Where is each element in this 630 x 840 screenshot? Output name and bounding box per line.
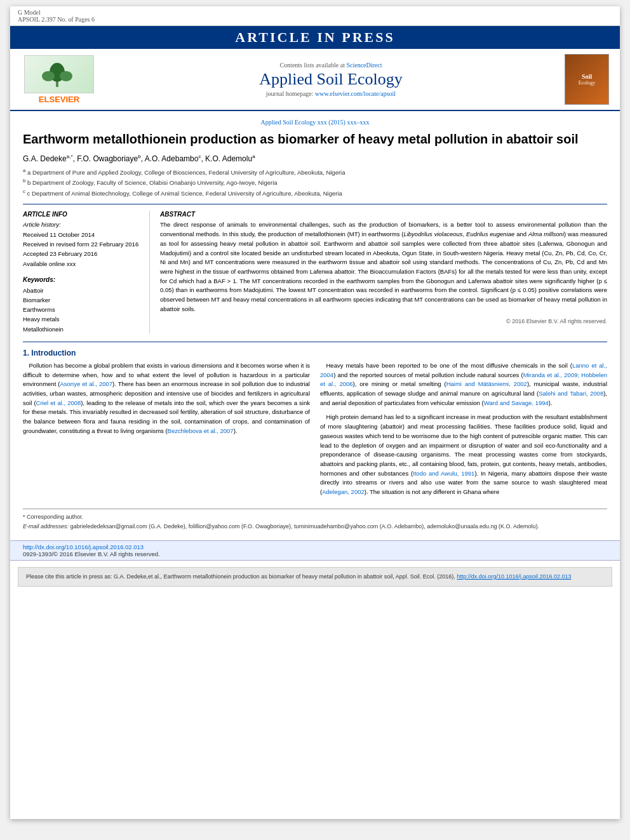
abstract-text: The direct response of animals to enviro… xyxy=(160,220,607,314)
doi-text: http://dx.doi.org/10.1016/j.apsoil.2016.… xyxy=(23,543,144,550)
g-model-text: G Model xyxy=(18,9,41,16)
ref-asonye[interactable]: Asonye et al., 2007 xyxy=(60,380,112,387)
info-abstract-section: ARTICLE INFO Article history: Received 1… xyxy=(23,204,607,333)
citation-text: Please cite this article in press as: G.… xyxy=(26,573,571,580)
citation-doi-link[interactable]: http://dx.doi.org/10.1016/j.apsoil.2016.… xyxy=(457,573,571,580)
intro-body: Pollution has become a global problem th… xyxy=(23,361,607,502)
journal-header: ELSEVIER Contents lists available at Sci… xyxy=(10,49,620,111)
doi-bar: http://dx.doi.org/10.1016/j.apsoil.2016.… xyxy=(10,540,620,561)
issn-text: 0929-1393/© 2016 Elsevier B.V. All right… xyxy=(23,550,160,557)
journal-header-left: ELSEVIER xyxy=(18,54,100,105)
journal-header-right: Soil Ecology xyxy=(561,54,612,105)
abstract-heading: ABSTRACT xyxy=(160,211,607,218)
copyright-line: © 2016 Elsevier B.V. All rights reserved… xyxy=(160,318,607,324)
journal-cover-image: Soil Ecology xyxy=(565,54,609,105)
affiliation-a: a a Department of Pure and Applied Zoolo… xyxy=(23,167,607,177)
elsevier-logo-box xyxy=(24,55,94,93)
intro-divider xyxy=(23,342,607,342)
svg-point-3 xyxy=(60,71,72,81)
ref-itodo[interactable]: Itodo and Awulu, 1991 xyxy=(413,470,474,477)
received-date: Received 11 October 2014 xyxy=(23,230,142,239)
ref-salehi[interactable]: Salehi and Tabari, 2008 xyxy=(539,390,603,397)
sciencedirect-text: ScienceDirect xyxy=(346,62,382,69)
footnote-area: * Corresponding author. E-mail addresses… xyxy=(23,509,607,531)
journal-homepage: journal homepage: www.elsevier.com/locat… xyxy=(266,90,396,97)
sciencedirect-link[interactable]: ScienceDirect xyxy=(346,62,382,69)
email-values: gabrielededeksan@gmail.com (G.A. Dedeke)… xyxy=(70,523,539,530)
article-info-col: ARTICLE INFO Article history: Received 1… xyxy=(23,211,150,333)
intro-p2: Heavy metals have been reported to be on… xyxy=(320,361,607,408)
apsoil-ref: APSOIL 2.397 No. of Pages 6 xyxy=(18,16,95,23)
affiliation-b: b b Department of Zoology, Faculty of Sc… xyxy=(23,177,607,187)
revised-date: Received in revised form 22 February 201… xyxy=(23,240,142,248)
keywords-heading: Keywords: xyxy=(23,276,142,283)
email-label: E-mail addresses: xyxy=(23,523,69,530)
homepage-url[interactable]: www.elsevier.com/locate/apsoil xyxy=(315,90,396,97)
elsevier-text: ELSEVIER xyxy=(39,95,79,104)
top-banner: G Model APSOIL 2.397 No. of Pages 6 xyxy=(10,6,620,26)
svg-point-2 xyxy=(42,71,55,81)
keyword-2: Biomarker xyxy=(23,295,142,305)
ref-haimi[interactable]: Haimi and Mätäsniemi, 2002 xyxy=(446,380,527,387)
corresponding-label: * Corresponding author. xyxy=(23,513,607,522)
accepted-date: Accepted 23 February 2016 xyxy=(23,250,142,258)
history-label: Article history: xyxy=(23,220,142,229)
abstract-col: ABSTRACT The direct response of animals … xyxy=(160,211,607,333)
article-in-press-text: ARTICLE IN PRESS xyxy=(235,29,394,45)
ref-criel[interactable]: Criel et al., 2008 xyxy=(36,399,81,406)
affiliation-c: c c Department of Animal Biotechnology, … xyxy=(23,188,607,197)
g-model-label: G Model APSOIL 2.397 No. of Pages 6 xyxy=(18,9,95,23)
article-title: Earthworm metallothionein production as … xyxy=(23,131,607,147)
sciencedirect-line: Contents lists available at ScienceDirec… xyxy=(279,62,382,69)
keyword-5: Metallothionein xyxy=(23,324,142,334)
intro-col1: Pollution has become a global problem th… xyxy=(23,361,310,502)
intro-p3: High protein demand has led to a signifi… xyxy=(320,413,607,497)
email-footnote: E-mail addresses: gabrielededeksan@gmail… xyxy=(23,523,607,531)
homepage-url-text: www.elsevier.com/locate/apsoil xyxy=(315,90,396,97)
keyword-1: Abattoir xyxy=(23,286,142,295)
doi-link[interactable]: http://dx.doi.org/10.1016/j.apsoil.2016.… xyxy=(23,543,144,550)
elsevier-tree-icon xyxy=(30,58,88,90)
elsevier-logo: ELSEVIER xyxy=(24,55,94,104)
article-in-press-bar: ARTICLE IN PRESS xyxy=(10,26,620,49)
affiliations: a a Department of Pure and Applied Zoolo… xyxy=(23,167,607,197)
intro-col2: Heavy metals have been reported to be on… xyxy=(320,361,607,502)
article-subtitle: Applied Soil Ecology xxx (2015) xxx–xxx xyxy=(23,119,607,126)
keywords-list: Abattoir Biomarker Earthworms Heavy meta… xyxy=(23,286,142,334)
ref-adelegan[interactable]: Adelegan, 2002 xyxy=(322,488,365,495)
keyword-4: Heavy metals xyxy=(23,314,142,324)
citation-bar: Please cite this article in press as: G.… xyxy=(18,567,612,587)
article-info-heading: ARTICLE INFO xyxy=(23,211,142,218)
homepage-label: journal homepage: xyxy=(266,90,314,97)
online-date: Available online xxx xyxy=(23,260,142,268)
ref-bezchlebova[interactable]: Bezchlebova et al., 2007 xyxy=(168,427,234,434)
page: G Model APSOIL 2.397 No. of Pages 6 ARTI… xyxy=(10,6,620,819)
article-history: Article history: Received 11 October 201… xyxy=(23,220,142,267)
keyword-3: Earthworms xyxy=(23,305,142,314)
intro-p1: Pollution has become a global problem th… xyxy=(23,361,310,436)
intro-heading: 1. Introduction xyxy=(23,349,607,357)
journal-title: Applied Soil Ecology xyxy=(259,70,402,89)
journal-header-center: Contents lists available at ScienceDirec… xyxy=(107,54,555,105)
contents-label: Contents lists available at xyxy=(279,62,344,69)
authors-line: G.A. Dedekea,*, F.O. Owagboriayeb, A.O. … xyxy=(23,154,607,163)
ref-ward[interactable]: Ward and Savage, 1994 xyxy=(484,399,549,406)
article-content: Applied Soil Ecology xxx (2015) xxx–xxx … xyxy=(10,111,620,540)
